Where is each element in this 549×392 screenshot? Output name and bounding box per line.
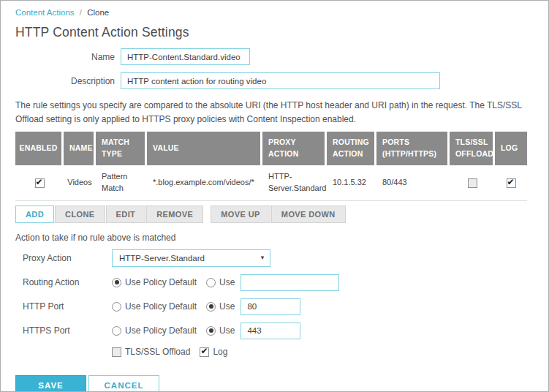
rule-enabled-checkbox[interactable]: [35, 178, 45, 188]
https-port-use-policy-default-option[interactable]: Use Policy Default: [112, 325, 197, 336]
https-port-use-label: Use: [219, 325, 235, 336]
breadcrumb-current: Clone: [87, 8, 109, 17]
rules-table: ENABLED NAME MATCH TYPE VALUE PROXY ACTI…: [15, 132, 527, 201]
http-port-use-policy-default-radio[interactable]: [112, 302, 121, 312]
routing-action-row: Routing Action Use Policy Default Use: [15, 274, 534, 291]
https-port-use-policy-default-radio[interactable]: [112, 326, 121, 336]
log-label: Log: [213, 347, 227, 357]
page-title: HTTP Content Action Settings: [15, 25, 534, 40]
http-port-use-option[interactable]: Use: [206, 301, 235, 312]
table-row[interactable]: Videos Pattern Match *.blog.example.com/…: [15, 165, 527, 201]
offload-log-row: TLS/SSL Offload Log: [112, 347, 534, 357]
routing-use-radio[interactable]: [206, 278, 216, 287]
edit-button[interactable]: EDIT: [106, 206, 146, 223]
http-port-input[interactable]: [241, 298, 300, 315]
rule-match-type-cell: Pattern Match: [96, 165, 147, 201]
col-routing-action-header: ROUTING ACTION: [327, 132, 376, 165]
http-port-use-policy-default-option[interactable]: Use Policy Default: [112, 301, 197, 312]
rule-enabled-cell: [15, 165, 64, 201]
http-port-row: HTTP Port Use Policy Default Use: [15, 298, 534, 315]
breadcrumb: Content Actions / Clone: [15, 1, 534, 17]
move-down-button[interactable]: MOVE DOWN: [271, 206, 346, 223]
rule-name-cell: Videos: [64, 165, 96, 201]
routing-use-option[interactable]: Use: [206, 277, 235, 287]
rule-proxy-action-cell: HTTP-Server.Standard: [262, 165, 327, 201]
rule-log-cell: [495, 165, 527, 201]
https-port-label: HTTPS Port: [15, 325, 112, 336]
https-port-input[interactable]: [241, 323, 300, 339]
tls-ssl-offload-label: TLS/SSL Offload: [125, 347, 190, 357]
name-label: Name: [15, 52, 115, 62]
col-ports-header: PORTS (HTTP/HTTPS): [376, 132, 450, 165]
routing-use-policy-default-label: Use Policy Default: [125, 277, 197, 287]
cancel-button[interactable]: CANCEL: [88, 375, 159, 392]
add-button[interactable]: ADD: [15, 206, 54, 223]
rule-tls-ssl-offload-checkbox[interactable]: [468, 178, 477, 188]
http-content-action-settings-page: Content Actions / Clone HTTP Content Act…: [0, 0, 549, 392]
col-log-header: LOG: [495, 132, 527, 165]
http-port-use-radio[interactable]: [206, 302, 216, 312]
https-port-row: HTTPS Port Use Policy Default Use: [15, 322, 534, 339]
col-enabled-header: ENABLED: [15, 132, 64, 165]
breadcrumb-separator: /: [80, 8, 82, 17]
rules-table-header-row: ENABLED NAME MATCH TYPE VALUE PROXY ACTI…: [15, 132, 527, 165]
footer-actions: SAVE CANCEL: [15, 375, 534, 392]
proxy-action-row: Proxy Action HTTP-Server.Standard ▼: [15, 249, 534, 267]
rule-value-cell: *.blog.example.com/videos/*: [147, 165, 262, 201]
save-button[interactable]: SAVE: [15, 375, 86, 392]
log-checkbox[interactable]: [200, 347, 209, 357]
http-port-use-label: Use: [219, 301, 235, 312]
rule-tls-ssl-offload-cell: [450, 165, 495, 201]
tls-ssl-offload-option[interactable]: TLS/SSL Offload: [112, 347, 190, 357]
log-option[interactable]: Log: [200, 347, 227, 357]
description-label: Description: [15, 76, 115, 86]
routing-use-label: Use: [219, 277, 235, 287]
col-proxy-action-header: PROXY ACTION: [262, 132, 327, 165]
routing-use-policy-default-option[interactable]: Use Policy Default: [112, 277, 197, 287]
description-input[interactable]: [121, 72, 440, 89]
routing-use-policy-default-radio[interactable]: [112, 278, 121, 287]
http-port-use-policy-default-label: Use Policy Default: [125, 301, 197, 312]
rule-ports-cell: 80/443: [376, 165, 450, 201]
col-value-header: VALUE: [147, 132, 262, 165]
move-up-button[interactable]: MOVE UP: [211, 206, 270, 223]
routing-use-input[interactable]: [241, 274, 339, 291]
https-port-use-policy-default-label: Use Policy Default: [125, 325, 197, 336]
name-input[interactable]: [121, 48, 250, 65]
intro-text: The rule settings you specify are compar…: [15, 99, 534, 126]
rule-toolbar: ADD CLONE EDIT REMOVE MOVE UP MOVE DOWN: [15, 206, 534, 223]
tls-ssl-offload-checkbox[interactable]: [112, 347, 121, 357]
col-tls-ssl-offload-header: TLS/SSL OFFLOAD: [450, 132, 495, 165]
no-rule-heading: Action to take if no rule above is match…: [15, 233, 534, 243]
breadcrumb-content-actions-link[interactable]: Content Actions: [15, 8, 75, 17]
http-port-label: HTTP Port: [15, 301, 112, 312]
remove-button[interactable]: REMOVE: [146, 206, 203, 223]
proxy-action-label: Proxy Action: [15, 253, 112, 263]
routing-action-label: Routing Action: [15, 277, 112, 287]
proxy-action-select[interactable]: HTTP-Server.Standard: [112, 249, 270, 267]
col-match-type-header: MATCH TYPE: [96, 132, 147, 165]
rule-routing-action-cell: 10.1.5.32: [327, 165, 376, 201]
col-name-header: NAME: [64, 132, 96, 165]
clone-button[interactable]: CLONE: [55, 206, 105, 223]
https-port-use-radio[interactable]: [206, 326, 216, 336]
https-port-use-option[interactable]: Use: [206, 325, 235, 336]
rule-log-checkbox[interactable]: [507, 178, 516, 188]
